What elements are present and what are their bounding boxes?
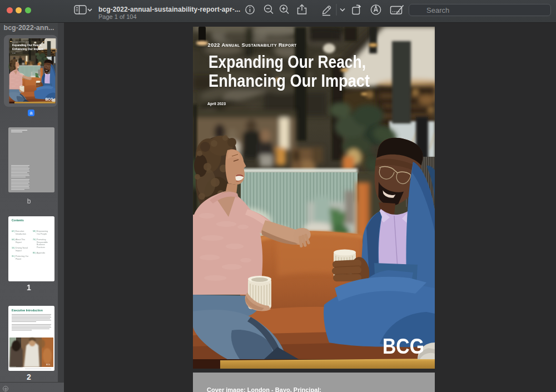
svg-text:Introduction: Introduction [16,233,26,235]
svg-text:Empowering: Empowering [37,230,48,232]
svg-text:Executive: Executive [16,230,24,232]
svg-text:Report: Report [16,241,22,244]
svg-text:Practices: Practices [37,246,45,249]
svg-text:Impact: Impact [16,250,22,252]
svg-text:58 |: 58 | [33,230,36,232]
svg-text:Our People: Our People [37,233,47,235]
svg-text:Protecting Our: Protecting Our [16,255,29,257]
svg-text:Appendix: Appendix [37,252,45,254]
svg-text:74 |: 74 | [33,239,36,241]
svg-text:BCG: BCG [46,364,50,366]
svg-text:About This: About This [16,239,25,241]
svg-text:16 |: 16 | [12,247,15,249]
svg-text:Contents: Contents [12,219,24,222]
svg-text:Driving Social: Driving Social [16,247,28,249]
svg-text:Planet: Planet [16,258,21,260]
svg-text:02 |: 02 | [12,230,15,232]
svg-text:85 |: 85 | [33,252,36,254]
svg-text:Promoting: Promoting [37,239,46,241]
svg-text:31 |: 31 | [12,255,15,257]
svg-text:Business: Business [37,244,45,246]
svg-text:Executive Introduction: Executive Introduction [12,309,43,312]
svg-text:Responsible: Responsible [37,241,48,244]
svg-text:04 |: 04 | [12,239,15,241]
